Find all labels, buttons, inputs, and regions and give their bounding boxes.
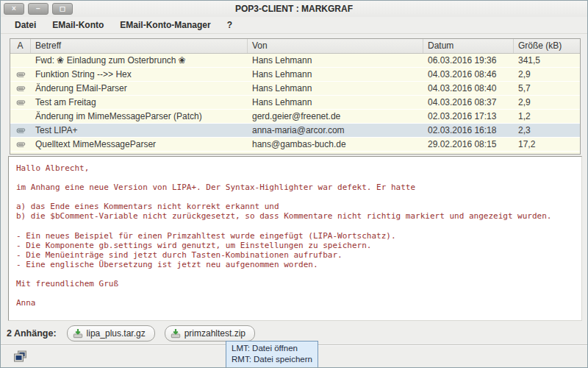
attachment-button-primzahltest[interactable]: primzahltest.zip: [165, 325, 255, 342]
paperclip-icon: [15, 96, 27, 109]
attachment-cell: [10, 82, 31, 95]
column-header-attachment[interactable]: A: [10, 39, 31, 53]
tooltip-line-save: RMT: Datei speichern: [232, 354, 312, 365]
message-body[interactable]: Hallo Albrecht, im Anhang eine neue Vers…: [8, 156, 582, 321]
attachment-cell: [10, 124, 31, 137]
attachment-filename: lipa_plus.tar.gz: [87, 328, 146, 339]
title-bar: × − ◻ POP3-CLIENT : MARKGRAF: [1, 1, 587, 17]
paperclip-icon: [15, 138, 27, 151]
from-cell: Hans Lehmann: [248, 68, 423, 81]
menu-email-konto-manager[interactable]: EMail-Konto-Manager: [112, 18, 218, 32]
from-cell: Hans Lehmann: [248, 54, 423, 67]
menu-datei[interactable]: Datei: [7, 18, 44, 32]
size-cell: 17,2: [514, 138, 580, 151]
attachment-button-lipa[interactable]: lipa_plus.tar.gz: [67, 325, 155, 342]
attachment-cell: [10, 110, 31, 123]
window-title: POP3-CLIENT : MARKGRAF: [1, 4, 587, 14]
attachment-cell: [10, 138, 31, 151]
size-cell: 2,9: [514, 96, 580, 109]
table-row[interactable]: Änderung im MimeMessageParser (Patch) ge…: [10, 110, 580, 124]
date-cell: 06.03.2016 19:36: [423, 54, 514, 67]
subject-cell: Fwd: ❀ Einladung zum Osterbrunch ❀: [31, 54, 248, 67]
paperclip-icon: [15, 82, 27, 95]
subject-cell: Quelltext MimeMessageParser: [31, 138, 248, 151]
archive-download-icon: [73, 328, 83, 339]
menu-bar: Datei EMail-Konto EMail-Konto-Manager ?: [1, 17, 587, 34]
column-header-from[interactable]: Von: [248, 39, 423, 53]
table-row[interactable]: Fwd: ❀ Einladung zum Osterbrunch ❀ Hans …: [10, 54, 580, 68]
subject-cell: Änderung EMail-Parser: [31, 82, 248, 95]
subject-cell: Test am Freitag: [31, 96, 248, 109]
mail-list-header: A Betreff Von Datum Größe (kB): [10, 39, 580, 54]
attachment-cell: [10, 68, 31, 81]
table-row[interactable]: Änderung EMail-Parser Hans Lehmann 04.03…: [10, 82, 580, 96]
from-cell: anna-maria@arcor.com: [248, 124, 423, 137]
from-cell: hans@gambas-buch.de: [248, 138, 423, 151]
subject-cell: Test LIPA+: [31, 124, 248, 137]
size-cell: 5,7: [514, 82, 580, 95]
paperclip-icon: [15, 124, 27, 137]
attachment-count-label: 2 Anhänge:: [7, 328, 57, 339]
subject-cell: Änderung im MimeMessageParser (Patch): [31, 110, 248, 123]
column-header-date[interactable]: Datum: [423, 39, 514, 53]
size-cell: 2,9: [514, 68, 580, 81]
app-window: × − ◻ POP3-CLIENT : MARKGRAF Datei EMail…: [0, 0, 588, 368]
menu-help[interactable]: ?: [219, 18, 240, 32]
from-cell: Hans Lehmann: [248, 96, 423, 109]
attachment-cell: [10, 54, 31, 67]
date-cell: 04.03.2016 08:37: [423, 96, 514, 109]
size-cell: 341,5: [514, 54, 580, 67]
table-row[interactable]: Funktion String -->> Hex Hans Lehmann 04…: [10, 68, 580, 82]
table-row[interactable]: Quelltext MimeMessageParser hans@gambas-…: [10, 138, 580, 152]
size-cell: 2,3: [514, 124, 580, 137]
table-row-selected[interactable]: Test LIPA+ anna-maria@arcor.com 02.03.20…: [10, 124, 580, 138]
date-cell: 04.03.2016 08:46: [423, 68, 514, 81]
date-cell: 02.03.2016 17:13: [423, 110, 514, 123]
date-cell: 29.02.2016 08:15: [423, 138, 514, 151]
network-monitors-icon: [12, 350, 28, 364]
mail-list: A Betreff Von Datum Größe (kB) Fwd: ❀ Ei…: [10, 38, 581, 155]
attachment-tooltip: LMT: Datei öffnen RMT: Datei speichern: [226, 341, 318, 368]
tooltip-line-open: LMT: Datei öffnen: [232, 343, 312, 354]
subject-cell: Funktion String -->> Hex: [31, 68, 248, 81]
column-header-size[interactable]: Größe (kB): [514, 39, 580, 53]
table-row[interactable]: Test am Freitag Hans Lehmann 04.03.2016 …: [10, 96, 580, 110]
column-header-subject[interactable]: Betreff: [31, 39, 248, 53]
menu-email-konto[interactable]: EMail-Konto: [44, 18, 112, 32]
date-cell: 04.03.2016 08:40: [423, 82, 514, 95]
archive-download-icon: [171, 328, 181, 339]
attachment-cell: [10, 96, 31, 109]
size-cell: 1,2: [514, 110, 580, 123]
from-cell: Hans Lehmann: [248, 82, 423, 95]
from-cell: gerd.geier@freenet.de: [248, 110, 423, 123]
attachment-filename: primzahltest.zip: [184, 328, 245, 339]
date-cell: 02.03.2016 16:18: [423, 124, 514, 137]
paperclip-icon: [15, 68, 27, 81]
